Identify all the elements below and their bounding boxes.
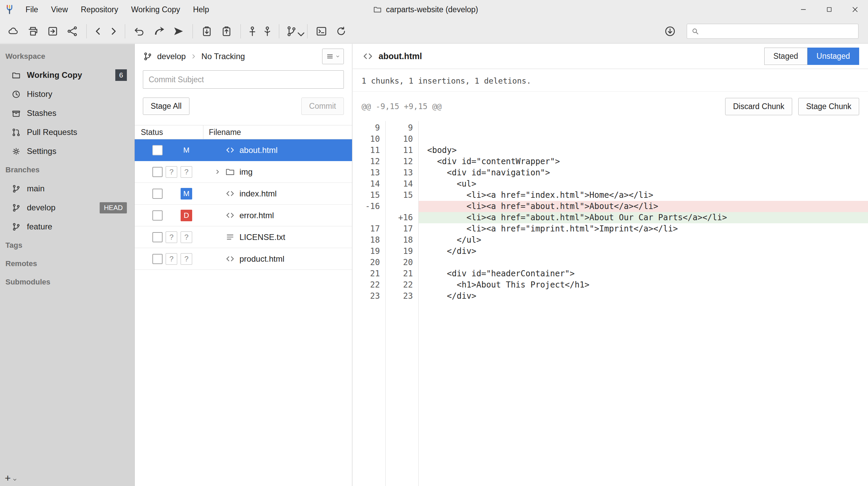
undo-button[interactable] — [129, 21, 149, 41]
stage-checkbox[interactable] — [152, 145, 163, 155]
status-modified: M — [181, 144, 192, 156]
stage-checkbox[interactable] — [152, 254, 163, 264]
commit-subject-input[interactable] — [143, 70, 344, 89]
create-branch-button[interactable] — [245, 21, 260, 41]
download-button[interactable] — [660, 21, 680, 41]
hamburger-icon — [326, 53, 334, 60]
menu-repository[interactable]: Repository — [74, 0, 125, 19]
file-row-error[interactable]: D error.html — [135, 205, 352, 226]
sidebar-item-label: History — [27, 89, 52, 99]
window-title-text: carparts-website (develop) — [386, 5, 478, 14]
stage-all-button[interactable]: Stage All — [143, 98, 189, 115]
menu-view[interactable]: View — [45, 0, 74, 19]
merge-button[interactable] — [149, 21, 169, 41]
section-tags[interactable]: Tags — [0, 236, 134, 255]
gear-icon — [12, 147, 21, 156]
unstaged-tab[interactable]: Unstaged — [807, 48, 859, 65]
status-untracked: ? — [166, 253, 177, 265]
close-button[interactable] — [842, 0, 868, 19]
file-row-product[interactable]: ? ? product.html — [135, 248, 352, 270]
file-name: img — [239, 167, 253, 177]
discard-chunk-button[interactable]: Discard Chunk — [725, 98, 792, 115]
stash-save-button[interactable] — [197, 21, 217, 41]
current-branch[interactable]: develop — [157, 52, 186, 61]
maximize-button[interactable] — [816, 0, 842, 19]
send-button[interactable] — [169, 21, 188, 41]
sidebar-branch-main[interactable]: main — [0, 179, 134, 198]
repo-graph-button[interactable] — [63, 21, 82, 41]
sidebar: Workspace Working Copy 6 History Stashes… — [0, 44, 135, 486]
chevron-down-icon — [12, 477, 17, 482]
gutter-divider — [418, 121, 419, 486]
code-text: <li><a href="imprint.html">Imprint</a></… — [418, 223, 868, 235]
new-line-number: +16 — [385, 212, 418, 223]
new-line-number: 14 — [385, 178, 418, 190]
sidebar-item-settings[interactable]: Settings — [0, 142, 134, 161]
tracking-status[interactable]: No Tracking — [201, 52, 245, 61]
code-file-icon — [224, 254, 236, 264]
sidebar-branch-feature[interactable]: feature — [0, 217, 134, 236]
code-file-icon — [224, 189, 236, 198]
stage-checkbox[interactable] — [152, 189, 163, 199]
refresh-button[interactable] — [331, 21, 351, 41]
stage-checkbox[interactable] — [152, 167, 163, 177]
clock-icon — [12, 90, 21, 99]
menu-file[interactable]: File — [19, 0, 45, 19]
paper-plane-icon — [173, 25, 184, 37]
add-repository-button[interactable]: + — [5, 472, 17, 484]
sidebar-item-working-copy[interactable]: Working Copy 6 — [0, 66, 134, 85]
branch-label: main — [27, 184, 45, 193]
sidebar-item-stashes[interactable]: Stashes — [0, 104, 134, 123]
staged-tab[interactable]: Staged — [764, 48, 807, 65]
staged-toggle: Staged Unstaged — [764, 48, 859, 65]
terminal-button[interactable] — [312, 21, 331, 41]
new-line-number: 21 — [385, 268, 418, 279]
file-row-about[interactable]: M about.html — [135, 139, 352, 161]
expand-chevron-icon[interactable] — [211, 169, 224, 175]
old-line-number: 9 — [353, 122, 385, 134]
section-workspace: Workspace — [0, 47, 134, 66]
status-untracked: ? — [181, 253, 192, 265]
fetch-button[interactable] — [3, 21, 23, 41]
branch-label: develop — [27, 203, 55, 212]
commit-panel: develop No Tracking Stage All Commit Sta… — [135, 44, 352, 486]
stage-checkbox[interactable] — [152, 210, 163, 221]
code-text: <li><a href="about.html">About</a></li> — [418, 201, 868, 212]
search-input[interactable] — [703, 27, 854, 36]
diff-line: 1515 <li><a href="index.html">Home</a></… — [353, 190, 868, 201]
pull-button[interactable] — [23, 21, 43, 41]
diff-line: 2020 — [353, 257, 868, 268]
menu-working-copy[interactable]: Working Copy — [124, 0, 186, 19]
create-tag-button[interactable] — [260, 21, 275, 41]
text-file-icon — [224, 232, 236, 242]
sidebar-branch-develop[interactable]: develop HEAD — [0, 198, 134, 217]
list-options-button[interactable] — [322, 49, 344, 64]
gitflow-button[interactable] — [283, 21, 303, 41]
new-line-number: 18 — [385, 235, 418, 246]
back-button[interactable] — [91, 21, 106, 41]
diff-line: 99 — [353, 122, 868, 134]
new-line-number: 23 — [385, 291, 418, 302]
forward-button[interactable] — [106, 21, 121, 41]
diff-line-added: +16 <li><a href="about.html">About Our C… — [353, 212, 868, 223]
sidebar-item-history[interactable]: History — [0, 85, 134, 104]
toolbar — [0, 19, 868, 44]
code-text: </div> — [418, 291, 868, 302]
stage-chunk-button[interactable]: Stage Chunk — [798, 98, 859, 115]
push-button[interactable] — [43, 21, 63, 41]
stage-checkbox[interactable] — [152, 232, 163, 242]
file-name: LICENSE.txt — [239, 232, 285, 242]
section-submodules[interactable]: Submodules — [0, 273, 134, 291]
stash-apply-button[interactable] — [217, 21, 236, 41]
file-row-index[interactable]: M index.html — [135, 183, 352, 205]
section-remotes[interactable]: Remotes — [0, 255, 134, 273]
code-file-icon — [224, 210, 236, 220]
file-row-license[interactable]: ? ? LICENSE.txt — [135, 226, 352, 248]
section-branches[interactable]: Branches — [0, 161, 134, 179]
menu-help[interactable]: Help — [186, 0, 215, 19]
file-row-img[interactable]: ? ? img — [135, 161, 352, 183]
minimize-button[interactable] — [790, 0, 816, 19]
sidebar-item-pull-requests[interactable]: Pull Requests — [0, 123, 134, 142]
commit-button[interactable]: Commit — [301, 98, 344, 115]
status-untracked: ? — [166, 166, 177, 178]
